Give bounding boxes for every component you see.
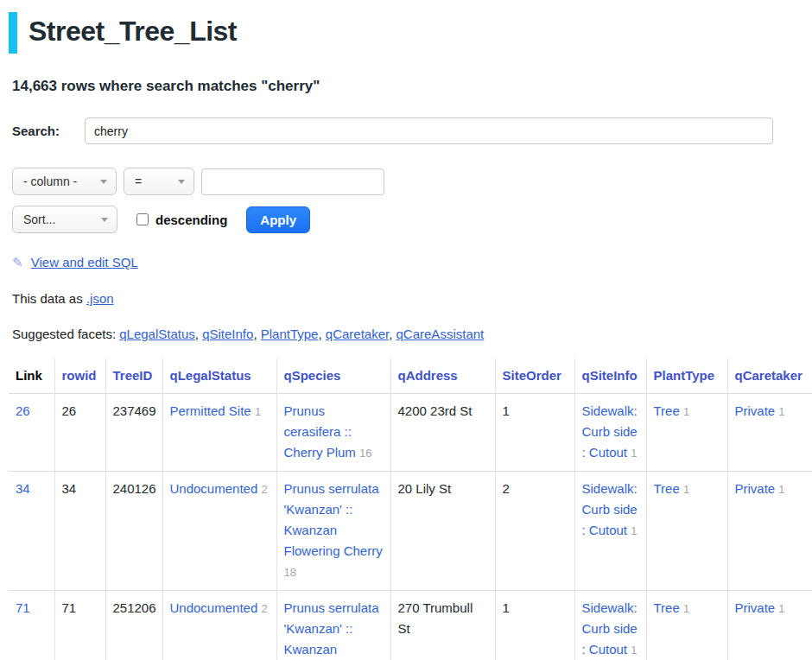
cell-qsiteinfo-link[interactable]: Sidewalk: Curb side : Cutout — [582, 481, 638, 537]
page-title: Street_Tree_List — [29, 16, 237, 48]
cell-planttype-link[interactable]: Tree — [654, 403, 680, 418]
cell-qcaretaker-link[interactable]: Private — [735, 481, 776, 496]
cell-treeid: 237469 — [105, 394, 162, 472]
facet-count: 1 — [631, 644, 637, 657]
column-header-qlegalstatus[interactable]: qLegalStatus — [170, 368, 251, 383]
cell-qaddress: 270 Trumbull St — [390, 591, 495, 660]
column-select-value: - column - — [23, 175, 77, 188]
filter-value-input[interactable] — [201, 168, 384, 195]
suggested-facets-line: Suggested facets: qLegalStatus, qSiteInf… — [12, 327, 800, 341]
search-row: Search: — [12, 117, 800, 144]
cell-treeid: 240126 — [105, 472, 162, 591]
sort-row: Sort... descending Apply — [12, 206, 800, 233]
facet-count: 1 — [778, 602, 784, 615]
operator-select[interactable]: = — [124, 168, 194, 195]
apply-button[interactable]: Apply — [246, 206, 310, 233]
facet-link-qcareassistant[interactable]: qCareAssistant — [396, 327, 485, 341]
facet-count: 1 — [255, 405, 261, 418]
facet-count: 1 — [683, 405, 689, 418]
cell-siteorder: 1 — [495, 394, 574, 472]
column-header-qspecies[interactable]: qSpecies — [284, 368, 341, 383]
facet-count: 1 — [778, 483, 784, 496]
accent-bar — [9, 12, 17, 54]
cell-rowid: 71 — [54, 591, 105, 660]
facet-count: 1 — [778, 405, 784, 418]
cell-rowid: 34 — [54, 472, 105, 591]
facet-link-qcaretaker[interactable]: qCaretaker — [326, 327, 389, 341]
table-row: 34 34 240126 Undocumented 2 Prunus serru… — [9, 472, 812, 591]
row-link[interactable]: 71 — [16, 600, 30, 615]
facet-count: 1 — [631, 524, 637, 537]
cell-planttype-link[interactable]: Tree — [654, 600, 680, 615]
filter-row: - column - = — [12, 168, 800, 195]
facet-count: 1 — [683, 483, 689, 496]
facet-link-qlegalstatus[interactable]: qLegalStatus — [119, 327, 195, 341]
chevron-down-icon — [101, 218, 108, 222]
chevron-down-icon — [100, 180, 107, 184]
cell-qaddress: 20 Lily St — [390, 472, 495, 591]
operator-select-value: = — [135, 175, 142, 188]
table-row: 71 71 251206 Undocumented 2 Prunus serru… — [9, 591, 812, 660]
facet-count: 18 — [284, 566, 296, 579]
view-edit-sql-link[interactable]: View and edit SQL — [31, 255, 138, 270]
cell-siteorder: 2 — [495, 472, 574, 591]
column-header-treeid[interactable]: TreeID — [113, 368, 153, 383]
facet-count: 1 — [683, 602, 689, 615]
cell-qspecies-link[interactable]: Prunus serrulata 'Kwanzan' :: Kwanzan Fl… — [284, 481, 383, 558]
cell-qspecies-link[interactable]: Prunus cerasifera :: Cherry Plum — [284, 403, 356, 460]
cell-planttype-link[interactable]: Tree — [654, 481, 680, 496]
cell-treeid: 251206 — [105, 591, 162, 660]
facet-count: 1 — [631, 447, 637, 460]
column-header-qaddress[interactable]: qAddress — [398, 368, 458, 383]
search-input[interactable] — [85, 117, 773, 144]
facet-count: 2 — [261, 483, 267, 496]
column-header-siteorder[interactable]: SiteOrder — [503, 368, 561, 383]
json-link[interactable]: .json — [86, 291, 114, 306]
descending-checkbox[interactable] — [136, 213, 149, 225]
cell-siteorder: 1 — [495, 591, 574, 660]
cell-qaddress: 4200 23rd St — [390, 394, 495, 472]
chevron-down-icon — [178, 180, 185, 184]
results-table: Link rowid TreeID qLegalStatus qSpecies … — [9, 359, 812, 660]
sort-select[interactable]: Sort... — [12, 206, 117, 233]
facet-link-planttype[interactable]: PlantType — [261, 327, 319, 341]
facets-prefix: Suggested facets: — [12, 327, 119, 341]
cell-qcaretaker-link[interactable]: Private — [735, 403, 776, 418]
cell-qlegalstatus-link[interactable]: Permitted Site — [170, 403, 251, 418]
cell-qsiteinfo-link[interactable]: Sidewalk: Curb side : Cutout — [582, 403, 638, 460]
facet-count: 2 — [261, 602, 267, 615]
data-as-prefix: This data as — [12, 291, 86, 306]
cell-qcaretaker-link[interactable]: Private — [735, 600, 776, 615]
row-link[interactable]: 26 — [16, 403, 30, 418]
sort-select-value: Sort... — [23, 213, 55, 226]
facet-link-qsiteinfo[interactable]: qSiteInfo — [202, 327, 253, 341]
sql-line: ✎ View and edit SQL — [12, 255, 800, 270]
column-header-qsiteinfo[interactable]: qSiteInfo — [582, 368, 638, 383]
cell-qspecies-link[interactable]: Prunus serrulata 'Kwanzan' :: Kwanzan Fl… — [284, 600, 383, 660]
cell-rowid: 26 — [54, 394, 105, 472]
column-header-planttype[interactable]: PlantType — [654, 368, 715, 383]
page-header: Street_Tree_List — [9, 12, 812, 54]
row-count-summary: 14,663 rows where search matches "cherry… — [12, 78, 800, 95]
search-label: Search: — [12, 124, 85, 138]
pencil-icon: ✎ — [12, 255, 23, 270]
cell-qsiteinfo-link[interactable]: Sidewalk: Curb side : Cutout — [582, 600, 638, 657]
descending-label: descending — [155, 213, 227, 227]
column-header-qcaretaker[interactable]: qCaretaker — [735, 368, 802, 383]
cell-qlegalstatus-link[interactable]: Undocumented — [170, 600, 258, 615]
facet-count: 16 — [359, 447, 371, 460]
column-header-rowid[interactable]: rowid — [62, 368, 97, 383]
data-as-line: This data as .json — [12, 291, 800, 306]
table-header-row: Link rowid TreeID qLegalStatus qSpecies … — [9, 359, 812, 394]
table-row: 26 26 237469 Permitted Site 1 Prunus cer… — [9, 394, 812, 472]
cell-qlegalstatus-link[interactable]: Undocumented — [170, 481, 258, 496]
column-select[interactable]: - column - — [12, 168, 117, 195]
row-link[interactable]: 34 — [16, 481, 30, 496]
column-header-link: Link — [9, 359, 54, 394]
